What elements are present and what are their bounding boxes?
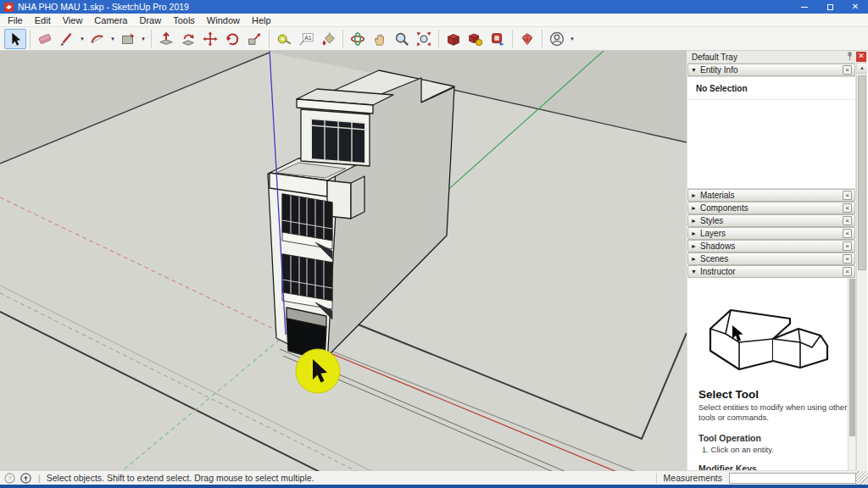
toolbar: ▼ ▼ ▼ [0,27,868,51]
menu-item-file[interactable]: File [3,15,30,25]
account-button[interactable] [546,29,568,49]
user-avatar-icon [548,30,565,47]
component-box-icon [445,30,462,47]
maximize-icon [827,4,833,10]
panel-label: Styles [700,216,843,225]
minimize-button[interactable] [792,0,817,14]
menu-item-draw[interactable]: Draw [134,15,168,25]
tray-panel-entity-info[interactable]: ▼ Entity Info × [687,64,855,76]
line-tool-dropdown[interactable]: ▼ [78,29,86,49]
svg-text:?: ? [8,474,12,482]
svg-text:A1: A1 [304,34,312,40]
chevron-right-icon: ► [691,218,700,224]
rectangle-tool-dropdown[interactable]: ▼ [139,29,147,49]
zoom-extents-tool-button[interactable] [413,29,435,49]
move-tool-button[interactable] [199,29,221,49]
menu-item-edit[interactable]: Edit [30,15,58,25]
panel-label: Components [700,203,843,213]
arc-tool-button[interactable] [86,29,108,49]
panel-label: Materials [700,191,843,200]
chevron-down-icon: ▼ [691,269,700,274]
tray-titlebar: Default Tray ✕ [687,51,867,64]
window-border [0,485,868,488]
close-icon[interactable]: × [843,203,852,213]
menu-item-tools[interactable]: Tools [168,15,202,25]
arc-icon [89,30,106,47]
status-message: Select objects. Shift to extend select. … [47,473,314,483]
arc-tool-dropdown[interactable]: ▼ [108,29,117,49]
panel-label: Layers [700,229,843,238]
menu-item-view[interactable]: View [58,15,90,25]
extension-warehouse-icon [489,30,506,47]
close-icon[interactable]: × [843,191,852,200]
menu-item-help[interactable]: Help [247,15,278,25]
panel-label: Scenes [700,254,843,263]
scroll-up-icon[interactable]: ▲ [857,64,867,74]
follow-me-tool-button[interactable] [177,29,199,49]
status-bar: ? | Select objects. Shift to extend sele… [0,471,868,485]
tray-close-button[interactable]: ✕ [856,52,866,62]
line-tool-button[interactable] [56,29,78,49]
extension-warehouse-tool-button[interactable] [487,29,509,49]
tray-panel-instructor[interactable]: ▼ Instructor × [687,265,855,278]
select-tool-button[interactable] [4,29,26,49]
measurements-input[interactable] [729,473,856,484]
close-icon[interactable]: × [843,241,852,251]
house-illustration [698,290,836,378]
rectangle-icon [120,30,136,47]
close-icon[interactable]: × [843,65,852,75]
pan-hand-icon [371,30,388,47]
tray-panel-components[interactable]: ►Components× [687,202,855,214]
zoom-tool-button[interactable] [391,29,413,49]
tray-panel-layers[interactable]: ►Layers× [687,227,855,240]
account-dropdown[interactable]: ▼ [568,29,576,49]
styles-gem-tool-button[interactable] [516,29,538,49]
menu-item-camera[interactable]: Camera [89,15,134,25]
chevron-down-icon: ▼ [691,67,700,73]
instructor-scrollbar[interactable] [848,278,855,470]
tray-scrollbar-thumb[interactable] [858,75,866,270]
resize-grip [856,471,868,485]
scale-tool-button[interactable] [243,29,265,49]
rotate-tool-button[interactable] [221,29,243,49]
tray-scrollbar[interactable]: ▲ [856,64,867,471]
paint-bucket-tool-button[interactable] [317,29,339,49]
status-help-icon[interactable]: ? [4,473,15,484]
close-button[interactable]: ✕ [843,0,868,14]
warehouse-tool-button[interactable] [465,29,487,49]
move-icon [202,30,219,47]
menu-item-window[interactable]: Window [202,15,247,25]
tray-panel-materials[interactable]: ►Materials× [687,189,855,202]
text-tool-button[interactable]: A1 [295,29,317,49]
window-titlebar: NHA PHO MAU 1.skp - SketchUp Pro 2019 ✕ [0,0,868,14]
paint-bucket-icon [320,30,337,47]
close-icon[interactable]: × [843,229,852,238]
maximize-button[interactable] [817,0,843,14]
menu-bar: FileEditViewCameraDrawToolsWindowHelp [0,14,868,27]
entity-info-panel: No Selection [687,76,856,189]
instructor-step: 1. Click on an entity. [698,445,848,454]
tray-panel-scenes[interactable]: ►Scenes× [687,252,855,265]
push-pull-tool-button[interactable] [155,29,177,49]
scale-icon [246,30,263,47]
component-tool-button[interactable] [442,29,465,49]
chevron-right-icon: ► [691,192,700,198]
sketchup-logo-icon [4,3,14,12]
orbit-tool-button[interactable] [347,29,369,49]
pin-icon[interactable] [844,52,854,63]
tray-panel-shadows[interactable]: ►Shadows× [687,240,855,252]
measurements-label: Measurements [656,473,729,483]
gem-icon [519,30,536,47]
close-icon[interactable]: × [843,216,852,225]
tape-measure-tool-button[interactable] [273,29,295,49]
status-info-icon[interactable] [20,473,31,484]
pan-tool-button[interactable] [369,29,391,49]
viewport-canvas[interactable] [0,51,687,471]
rectangle-tool-button[interactable] [117,29,139,49]
close-icon[interactable]: × [843,267,852,276]
close-icon[interactable]: × [843,254,852,263]
instructor-description: Select entities to modify when using oth… [698,402,848,424]
eraser-tool-button[interactable] [34,29,56,49]
chevron-right-icon: ► [691,230,700,236]
tray-panel-styles[interactable]: ►Styles× [687,214,855,227]
